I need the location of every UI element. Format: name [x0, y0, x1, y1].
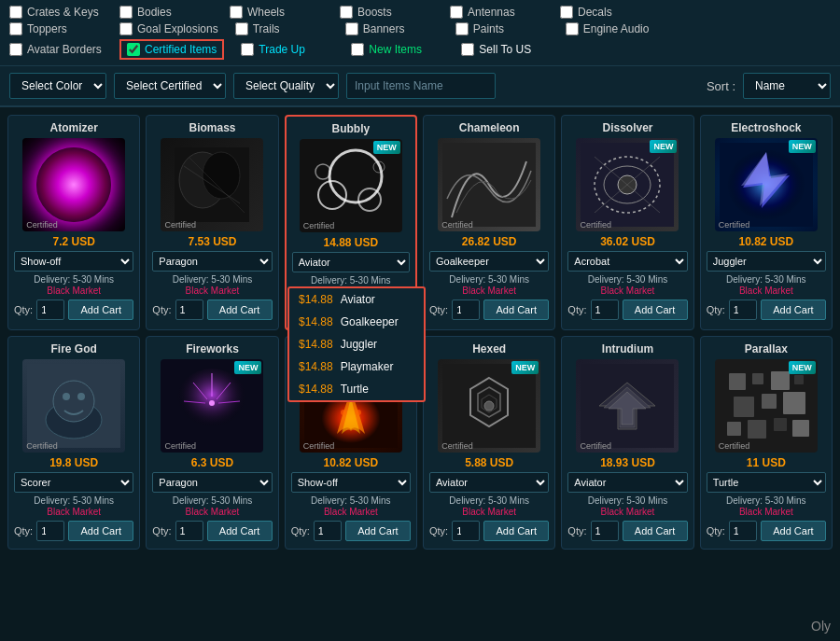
filter-sell-to-us[interactable]: Sell To US — [461, 43, 554, 56]
add-cart-fireworks[interactable]: Add Cart — [207, 521, 273, 541]
quality-select[interactable]: Select Quality — [233, 73, 339, 99]
add-cart-intrudium[interactable]: Add Cart — [623, 521, 688, 541]
dropdown-item-aviator[interactable]: $14.88 Aviator — [289, 288, 424, 311]
item-price-chameleon: 26.82 USD — [462, 235, 517, 248]
add-cart-atomizer[interactable]: Add Cart — [68, 300, 133, 320]
svg-point-35 — [341, 410, 346, 415]
item-name-biomass: Biomass — [189, 121, 235, 134]
controls-bar: Select Color Select Certified Select Qua… — [0, 66, 840, 107]
delivery-atomizer: Delivery: 5-30 Mins — [34, 274, 114, 285]
item-name-fireworks: Fireworks — [186, 342, 239, 355]
filter-certified-items[interactable]: Certified Items — [119, 39, 224, 60]
certified-type-chameleon[interactable]: GoalkeeperAcrobat — [429, 251, 549, 272]
filter-engine-audio[interactable]: Engine Audio — [566, 22, 659, 35]
qty-input-hexed[interactable] — [452, 521, 480, 541]
qty-input-dissolver[interactable] — [591, 300, 619, 320]
color-select[interactable]: Select Color — [9, 73, 106, 99]
item-card-dissolver: Dissolver NEW Certified 36.02 USD Acroba… — [561, 115, 693, 330]
item-card-biomass: Biomass Certified 7.53 USD ParagonAcroba… — [146, 115, 278, 330]
item-name-intrudium: Intrudium — [602, 342, 653, 355]
qty-input-electroshock[interactable] — [729, 300, 757, 320]
item-img-bubbly: NEW Certified — [300, 139, 402, 232]
filter-trade-up[interactable]: Trade Up — [241, 43, 334, 56]
certified-type-atomizer[interactable]: Show-offAcrobatAviator — [14, 251, 133, 272]
svg-rect-5 — [304, 144, 398, 228]
certified-type-parallax[interactable]: TurtleAcrobat — [707, 472, 826, 493]
certified-type-biomass[interactable]: ParagonAcrobat — [152, 251, 272, 272]
certified-type-electroshock[interactable]: JugglerAcrobat — [707, 251, 826, 272]
item-name-electroshock: Electroshock — [731, 121, 801, 134]
item-card-electroshock: Electroshock NEW Certified 10.82 USD — [700, 115, 833, 330]
dropdown-item-goalkeeper[interactable]: $14.88 Goalkeeper — [289, 311, 424, 333]
filter-banners[interactable]: Banners — [345, 22, 439, 35]
item-price-bubbly: 14.88 USD — [323, 236, 378, 249]
badge-new-dissolver: NEW — [650, 140, 677, 153]
filter-toppers[interactable]: Toppers — [9, 22, 103, 35]
filter-antennas[interactable]: Antennas — [450, 6, 543, 19]
filter-bodies[interactable]: Bodies — [119, 6, 213, 19]
certified-type-dissolver[interactable]: AcrobatAviator — [567, 251, 687, 272]
filter-boosts[interactable]: Boosts — [340, 6, 433, 19]
svg-rect-51 — [727, 422, 741, 436]
dropdown-item-turtle[interactable]: $14.88 Turtle — [289, 378, 424, 400]
filter-goal-explosions[interactable]: Goal Explosions — [119, 22, 218, 35]
certified-type-fireworks[interactable]: ParagonAcrobat — [152, 472, 272, 493]
filter-trails[interactable]: Trails — [235, 22, 329, 35]
filter-crates-keys[interactable]: Crates & Keys — [9, 6, 103, 19]
certified-type-fire-boost[interactable]: Show-offAcrobat — [291, 472, 411, 493]
certified-type-bubbly[interactable]: AviatorGoalkeeperJugglerPlaymakerTurtle — [292, 252, 410, 272]
qty-input-intrudium[interactable] — [591, 521, 619, 541]
add-cart-dissolver[interactable]: Add Cart — [623, 300, 688, 320]
svg-rect-50 — [783, 392, 805, 414]
name-input[interactable] — [346, 73, 496, 99]
item-price-intrudium: 18.93 USD — [600, 456, 655, 469]
svg-rect-45 — [752, 373, 763, 384]
add-cart-fire-god[interactable]: Add Cart — [68, 521, 133, 541]
qty-input-fire-god[interactable] — [36, 521, 64, 541]
dropdown-item-playmaker[interactable]: $14.88 Playmaker — [289, 355, 424, 378]
qty-input-fireworks[interactable] — [175, 521, 203, 541]
filter-new-items[interactable]: New Items — [351, 43, 444, 56]
add-cart-biomass[interactable]: Add Cart — [207, 300, 273, 320]
item-price-fire-boost: 10.82 USD — [323, 456, 378, 469]
add-cart-chameleon[interactable]: Add Cart — [483, 300, 549, 320]
certified-select[interactable]: Select Certified — [114, 73, 226, 99]
svg-rect-54 — [792, 420, 809, 437]
filter-row-3: Avatar Borders Certified Items Trade Up … — [9, 39, 831, 60]
footer-text: Oly — [811, 619, 831, 634]
filter-decals[interactable]: Decals — [560, 6, 653, 19]
qty-input-chameleon[interactable] — [452, 300, 480, 320]
item-card-fireworks: Fireworks NEW C — [146, 336, 278, 550]
qty-input-parallax[interactable] — [729, 521, 757, 541]
dropdown-item-juggler[interactable]: $14.88 Juggler — [289, 333, 424, 355]
add-cart-electroshock[interactable]: Add Cart — [761, 300, 826, 320]
item-select-atomizer[interactable]: Show-offAcrobatAviator — [14, 251, 133, 272]
svg-rect-52 — [748, 420, 766, 439]
svg-point-32 — [209, 400, 215, 406]
filter-wheels[interactable]: Wheels — [230, 6, 323, 19]
filter-row-1: Crates & Keys Bodies Wheels Boosts Anten… — [9, 6, 831, 19]
filter-avatar-borders[interactable]: Avatar Borders — [9, 43, 103, 56]
item-card-chameleon: Chameleon Certified 26.82 USD Goalkeeper… — [423, 115, 555, 330]
item-name-parallax: Parallax — [745, 342, 788, 355]
qty-input-fire-boost[interactable] — [314, 521, 342, 541]
item-name-atomizer: Atomizer — [49, 121, 97, 134]
add-cart-parallax[interactable]: Add Cart — [761, 521, 826, 541]
sort-label: Sort : — [707, 79, 735, 93]
add-cart-hexed[interactable]: Add Cart — [483, 521, 549, 541]
qty-input-atomizer[interactable] — [36, 300, 64, 320]
svg-point-23 — [63, 393, 70, 400]
sort-select[interactable]: Name Price Low Price High — [743, 73, 831, 99]
certified-type-hexed[interactable]: AviatorAcrobat — [429, 472, 549, 493]
certified-type-fire-god[interactable]: ScorerAcrobat — [14, 472, 133, 493]
filter-paints[interactable]: Paints — [455, 22, 549, 35]
badge-new-parallax: NEW — [789, 361, 816, 374]
qty-cart-atomizer: Qty: Add Cart — [14, 300, 133, 320]
item-price-electroshock: 10.82 USD — [738, 235, 793, 248]
item-name-fire-god: Fire God — [50, 342, 96, 355]
certified-type-intrudium[interactable]: AviatorAcrobat — [567, 472, 687, 493]
item-name-bubbly: Bubbly — [331, 122, 370, 135]
add-cart-fire-boost[interactable]: Add Cart — [345, 521, 411, 541]
svg-rect-46 — [771, 371, 790, 390]
qty-input-biomass[interactable] — [175, 300, 203, 320]
